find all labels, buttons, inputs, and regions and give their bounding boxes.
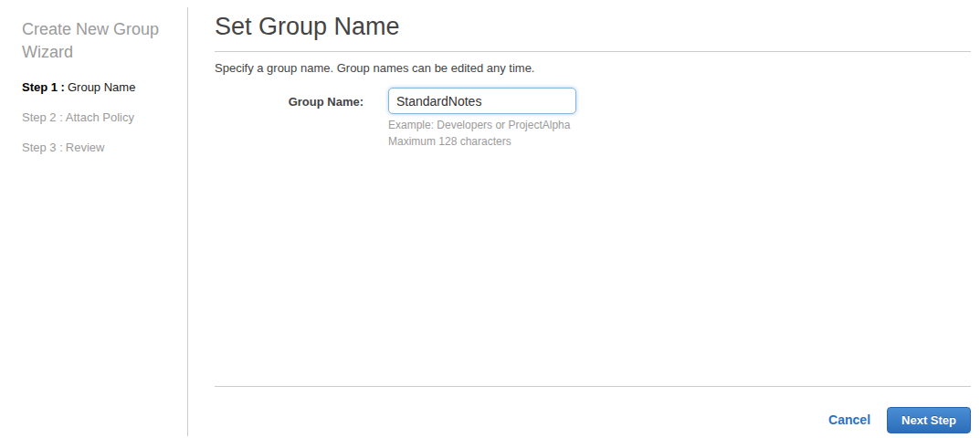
group-name-maxlength-hint: Maximum 128 characters — [388, 133, 576, 150]
sidebar-step-2-attach-policy[interactable]: Step 2 :Attach Policy — [22, 111, 171, 124]
step-1-label: Group Name — [68, 80, 135, 94]
wizard-title: Create New Group Wizard — [22, 18, 171, 64]
wizard-steps: Step 1 :Group Name Step 2 :Attach Policy… — [22, 81, 171, 154]
footer-divider — [215, 386, 971, 387]
sidebar-step-1-group-name[interactable]: Step 1 :Group Name — [22, 81, 171, 94]
group-name-field-column: Example: Developers or ProjectAlpha Maxi… — [388, 88, 576, 150]
page-description: Specify a group name. Group names can be… — [215, 61, 971, 76]
group-name-example-hint: Example: Developers or ProjectAlpha — [388, 117, 576, 133]
group-name-input[interactable] — [388, 88, 576, 114]
step-3-label: Review — [66, 141, 105, 154]
sidebar-step-3-review[interactable]: Step 3 :Review — [22, 141, 171, 154]
wizard-sidebar: Create New Group Wizard Step 1 :Group Na… — [0, 0, 187, 438]
group-name-form-row: Group Name: Example: Developers or Proje… — [215, 88, 971, 150]
step-3-prefix: Step 3 : — [22, 141, 63, 154]
step-2-prefix: Step 2 : — [22, 110, 63, 124]
next-step-button[interactable]: Next Step — [887, 407, 971, 433]
step-2-label: Attach Policy — [66, 110, 134, 124]
footer-actions: Cancel Next Step — [828, 407, 971, 433]
wizard-content: Set Group Name Specify a group name. Gro… — [215, 0, 971, 438]
step-1-prefix: Step 1 : — [22, 80, 65, 94]
page-title: Set Group Name — [215, 0, 971, 52]
group-name-label: Group Name: — [215, 88, 364, 150]
cancel-link[interactable]: Cancel — [828, 407, 870, 433]
sidebar-divider — [187, 7, 188, 436]
